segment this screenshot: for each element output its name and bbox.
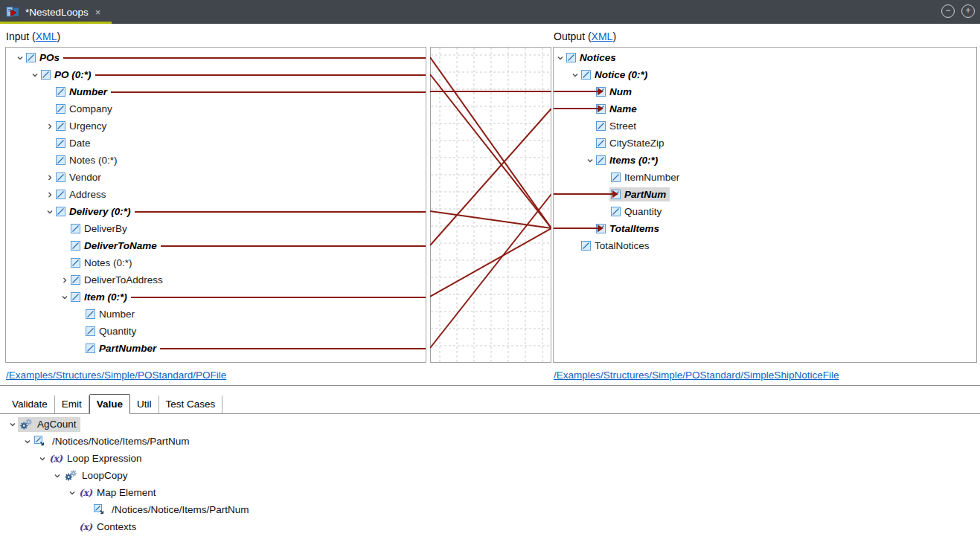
tab-test-cases[interactable]: Test Cases <box>159 396 223 413</box>
tree-item[interactable]: Delivery (0:*) <box>6 203 426 220</box>
document-tab[interactable]: *NestedLoops × <box>0 0 112 24</box>
tree-item[interactable]: AgCount <box>0 416 980 433</box>
chevron-right-icon[interactable] <box>46 174 54 181</box>
tree-item-label: PartNumber <box>99 343 156 354</box>
tree-item-label: Notes (0:*) <box>84 257 132 268</box>
element-icon <box>56 190 65 199</box>
tree-item[interactable]: DeliverBy <box>6 220 426 237</box>
tree-item[interactable]: CityStateZip <box>554 135 976 152</box>
tree-item[interactable]: TotalNotices <box>554 237 976 254</box>
mapping-arrow <box>554 91 598 92</box>
tree-item[interactable]: Item (0:*) <box>6 288 426 306</box>
output-schema-file-link[interactable]: /Examples/Structures/Simple/POStandard/S… <box>554 370 839 381</box>
tree-item[interactable]: Notices <box>554 49 976 66</box>
tree-item[interactable]: PartNum <box>554 186 976 203</box>
document-tab-title: *NestedLoops <box>25 7 89 18</box>
tree-item-label: Num <box>609 86 632 97</box>
horizontal-splitter[interactable] <box>0 385 980 387</box>
tree-item[interactable]: /Notices/Notice/Items/PartNum <box>0 501 980 518</box>
chevron-down-icon[interactable] <box>39 455 46 462</box>
tree-item[interactable]: Num <box>554 83 976 100</box>
chevron-down-icon[interactable] <box>54 472 61 480</box>
function-gears-icon <box>19 419 33 430</box>
tree-item[interactable]: Company <box>6 100 426 117</box>
tree-item-label: Notices <box>580 52 616 63</box>
tab-emit[interactable]: Emit <box>55 396 89 413</box>
element-icon <box>596 121 606 131</box>
zoom-in-button[interactable]: + <box>961 4 975 18</box>
output-xml-link[interactable]: XML <box>592 30 613 42</box>
tree-item[interactable]: Date <box>6 135 426 152</box>
chevron-right-icon[interactable] <box>46 123 54 130</box>
tree-item[interactable]: Name <box>554 100 976 117</box>
tree-item[interactable]: TotalItems <box>554 220 976 237</box>
tree-item[interactable]: (x)Map Element <box>0 484 980 501</box>
chevron-down-icon[interactable] <box>46 208 54 216</box>
tree-item[interactable]: Number <box>6 83 426 100</box>
tree-item[interactable]: Notes (0:*) <box>6 152 426 169</box>
chevron-down-icon[interactable] <box>9 421 16 428</box>
tree-item[interactable]: (x)Loop Expression <box>0 450 980 467</box>
tree-item-label: DeliverToName <box>84 240 157 251</box>
tree-item[interactable]: Street <box>554 117 976 135</box>
chevron-down-icon[interactable] <box>24 438 31 445</box>
function-gears-icon <box>64 470 77 482</box>
output-header-text-suffix: ) <box>612 30 616 42</box>
input-xml-link[interactable]: XML <box>36 30 57 42</box>
tree-item-label: Quantity <box>624 206 662 217</box>
mapping-line-stub <box>63 57 426 59</box>
map-editor-window: *NestedLoops × − + Input (XML) Output (X… <box>0 0 980 542</box>
tree-item-label: Street <box>609 120 636 132</box>
expression-icon: (x) <box>79 521 92 532</box>
tree-item-label: TotalNotices <box>595 240 650 251</box>
element-icon <box>611 172 621 182</box>
mapping-line-stub <box>131 297 426 298</box>
tree-item[interactable]: POs <box>6 49 426 66</box>
tree-item[interactable]: Quantity <box>554 203 976 220</box>
element-icon <box>581 70 591 80</box>
chevron-down-icon[interactable] <box>61 294 68 301</box>
tree-item[interactable]: DeliverToAddress <box>6 271 426 288</box>
chevron-down-icon[interactable] <box>557 54 564 62</box>
tree-item[interactable]: PO (0:*) <box>6 66 426 83</box>
input-schema-file-link[interactable]: /Examples/Structures/Simple/POStandard/P… <box>6 370 226 381</box>
tree-item[interactable]: Address <box>6 186 426 203</box>
tab-util[interactable]: Util <box>130 396 159 413</box>
tree-item[interactable]: Urgency <box>6 117 426 135</box>
chevron-down-icon[interactable] <box>31 71 39 79</box>
element-icon <box>71 275 80 285</box>
element-icon <box>581 241 591 251</box>
chevron-down-icon[interactable] <box>68 489 76 497</box>
tree-item[interactable]: LoopCopy <box>0 467 980 484</box>
tree-item[interactable]: Quantity <box>6 323 426 340</box>
input-header-text-suffix: ) <box>57 30 61 42</box>
mapping-line-stub <box>111 91 426 93</box>
tree-item-label: Delivery (0:*) <box>69 206 131 217</box>
output-tree-panel: Notices Notice (0:*) Num Name Street Cit… <box>553 47 977 363</box>
zoom-out-button[interactable]: − <box>941 4 955 18</box>
chevron-right-icon[interactable] <box>61 277 68 284</box>
tree-item[interactable]: Notes (0:*) <box>6 254 426 271</box>
tree-item[interactable]: (x)Contexts <box>0 518 980 535</box>
tree-item[interactable]: DeliverToName <box>6 237 426 254</box>
tree-item[interactable]: Notice (0:*) <box>554 66 976 83</box>
bottom-tabstrip: ValidateEmitValueUtilTest Cases <box>0 394 980 414</box>
tree-item-label: Address <box>69 189 106 200</box>
element-icon <box>26 53 36 62</box>
element-reference-icon <box>94 504 105 515</box>
chevron-right-icon[interactable] <box>46 191 54 199</box>
tree-item[interactable]: Vendor <box>6 169 426 186</box>
chevron-down-icon[interactable] <box>571 71 579 79</box>
tree-item[interactable]: Items (0:*) <box>554 152 976 169</box>
tab-value[interactable]: Value <box>89 394 130 414</box>
tree-item-label: LoopCopy <box>82 470 128 481</box>
tree-item[interactable]: /Notices/Notice/Items/PartNum <box>0 433 980 450</box>
tab-validate[interactable]: Validate <box>5 396 55 413</box>
tab-close-icon[interactable]: × <box>95 7 101 18</box>
tree-item[interactable]: PartNumber <box>6 340 426 357</box>
chevron-down-icon[interactable] <box>586 157 594 164</box>
tree-item[interactable]: Number <box>6 306 426 323</box>
tree-item-label: AgCount <box>37 419 77 430</box>
tree-item[interactable]: ItemNumber <box>554 169 976 186</box>
chevron-down-icon[interactable] <box>16 54 24 62</box>
